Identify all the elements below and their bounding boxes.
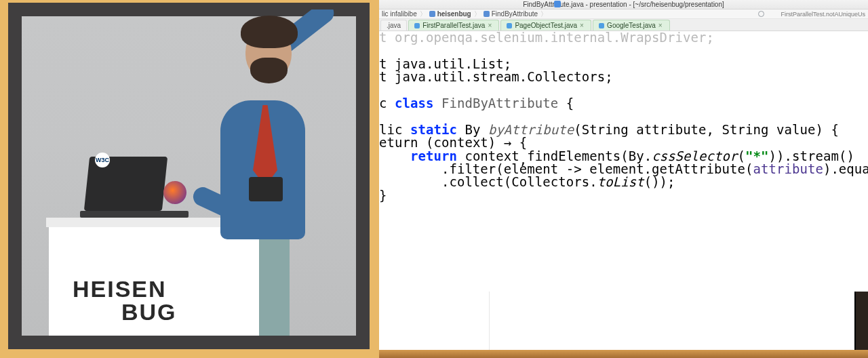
conference-photo: W3C HEISEN BUG bbox=[8, 3, 370, 349]
tab-firstparalleltest[interactable]: FirstParallelTest.java × bbox=[408, 20, 499, 31]
folder-icon bbox=[429, 11, 435, 17]
tab-label: PageObjectTest.java bbox=[515, 22, 577, 29]
crumb-sep-icon: 〉 bbox=[420, 9, 427, 19]
tab-label: FirstParallelTest.java bbox=[422, 22, 485, 29]
laptop-base bbox=[80, 211, 189, 218]
code-cls-sp bbox=[433, 96, 441, 111]
code-editor[interactable]: t org.openqa.selenium.internal.WrapsDriv… bbox=[379, 31, 868, 292]
ide-window: FindByAttribute.java - presentation - [~… bbox=[379, 0, 868, 292]
speaker-hair bbox=[241, 16, 298, 48]
tab-java[interactable]: .java bbox=[380, 20, 407, 31]
tab-pageobjecttest[interactable]: PageObjectTest.java × bbox=[500, 20, 591, 31]
ide-tool-window[interactable] bbox=[379, 292, 854, 350]
crumb-2[interactable]: FindByAttribute bbox=[492, 10, 538, 18]
crumb-1[interactable]: heisenbug bbox=[437, 10, 471, 18]
preview-thumbnail bbox=[854, 292, 868, 350]
code-b2-b: ).equals( bbox=[823, 161, 868, 176]
badge bbox=[249, 177, 283, 201]
editor-tabs: .java FirstParallelTest.java × PageObjec… bbox=[379, 19, 868, 31]
desktop-dock-strip bbox=[379, 350, 868, 358]
code-import2b: java.util.stream.Collectors; bbox=[395, 69, 613, 84]
close-icon[interactable]: × bbox=[580, 23, 585, 28]
conference-logo-line1: HEISEN bbox=[73, 276, 167, 302]
code-b3-a: .collect(Collectors. bbox=[379, 174, 597, 189]
crumb-sep-icon: 〉 bbox=[540, 9, 547, 19]
code-cls-b: { bbox=[558, 96, 574, 111]
crumb-0[interactable]: lic infalibibe bbox=[382, 10, 417, 18]
speaker-beard bbox=[250, 58, 288, 83]
java-icon bbox=[599, 23, 604, 28]
code-m-sig: (String attribute, String value) { bbox=[574, 122, 839, 137]
class-icon bbox=[484, 11, 490, 17]
java-icon bbox=[507, 23, 512, 28]
conference-logo-line2: BUG bbox=[73, 300, 177, 323]
w3c-sticker-icon: W3C bbox=[95, 153, 110, 167]
code-b2-p1: attribute bbox=[753, 161, 823, 176]
tab-label: GoogleTest.java bbox=[607, 22, 656, 29]
code-b3-m: toList bbox=[597, 174, 644, 189]
photo-backdrop: W3C HEISEN BUG bbox=[22, 16, 356, 336]
tab-label: .java bbox=[387, 22, 401, 29]
target-icon[interactable] bbox=[758, 11, 764, 17]
code-cls-kw: class bbox=[395, 96, 433, 111]
close-icon[interactable]: × bbox=[488, 23, 493, 28]
conference-logo: HEISEN BUG bbox=[73, 277, 177, 323]
window-title: FindByAttribute.java - presentation - [~… bbox=[523, 1, 724, 8]
java-file-icon bbox=[554, 1, 561, 7]
code-b3-b: ()); bbox=[644, 174, 675, 189]
code-tail: } bbox=[379, 188, 387, 203]
code-cls-a: c bbox=[379, 96, 395, 111]
ide-titlebar: FindByAttribute.java - presentation - [~… bbox=[379, 0, 868, 9]
breadcrumb-bar: lic infalibibe 〉 heisenbug 〉 FindByAttri… bbox=[379, 9, 868, 19]
code-cls-name: FindByAttribute bbox=[441, 96, 558, 111]
crumb-sep-icon: 〉 bbox=[474, 9, 481, 19]
code-import2a: t bbox=[379, 69, 395, 84]
code-import0: t org.openqa.selenium.internal.WrapsDriv… bbox=[379, 31, 714, 45]
tab-googletest[interactable]: GoogleTest.java × bbox=[593, 20, 670, 31]
run-config-label[interactable]: FirstParallelTest.notAUniqueUs bbox=[781, 11, 865, 18]
close-icon[interactable]: × bbox=[658, 23, 664, 28]
firefox-sticker-icon bbox=[163, 181, 186, 204]
speaker bbox=[188, 22, 303, 239]
java-icon bbox=[414, 23, 420, 28]
code-b1-comma: , bbox=[519, 152, 528, 167]
